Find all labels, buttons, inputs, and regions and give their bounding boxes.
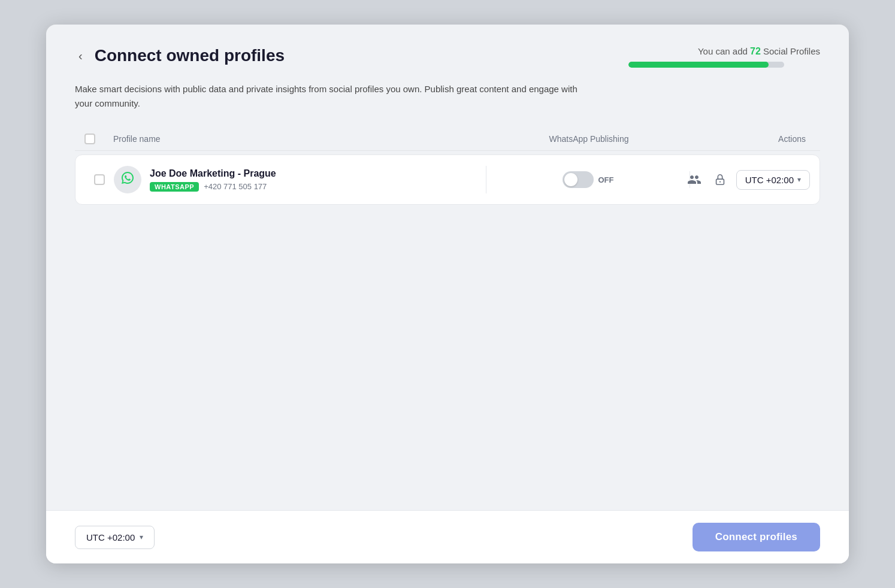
row-checkbox[interactable] (94, 174, 105, 185)
counter-number: 72 (750, 46, 761, 56)
page-description: Make smart decisions with public data an… (75, 82, 590, 111)
modal-container: ‹ Connect owned profiles You can add 72 … (46, 25, 849, 563)
toggle-thumb (564, 173, 577, 186)
lock-icon (713, 173, 727, 186)
row-checkbox-cell (85, 174, 114, 185)
col-header-profile: Profile name (113, 134, 487, 144)
profiles-counter: You can add 72 Social Profiles (628, 46, 820, 68)
title-area: ‹ Connect owned profiles (75, 46, 285, 65)
table-header: Profile name WhatsApp Publishing Actions (75, 128, 820, 151)
col-header-actions: Actions (691, 134, 811, 144)
whatsapp-avatar-icon (119, 169, 136, 190)
counter-prefix: You can add (698, 46, 750, 56)
row-timezone-value: UTC +02:00 (745, 175, 794, 185)
back-button[interactable]: ‹ (75, 49, 86, 63)
modal-body: ‹ Connect owned profiles You can add 72 … (46, 25, 849, 510)
header-row: ‹ Connect owned profiles You can add 72 … (75, 46, 820, 68)
toggle-label: OFF (598, 175, 614, 184)
back-icon: ‹ (78, 50, 83, 62)
table-row: Joe Doe Marketing - Prague WHATSAPP +420… (75, 154, 820, 205)
connect-profiles-button[interactable]: Connect profiles (693, 523, 820, 551)
avatar (114, 166, 141, 193)
row-timezone-chevron: ▾ (797, 175, 801, 184)
footer-timezone-select[interactable]: UTC +02:00 ▾ (75, 526, 155, 549)
progress-bar-container (628, 62, 784, 68)
profile-info-cell: Joe Doe Marketing - Prague WHATSAPP +420… (114, 166, 486, 193)
svg-point-2 (719, 181, 721, 183)
counter-suffix: Social Profiles (761, 46, 820, 56)
users-icon (687, 172, 702, 187)
whatsapp-publishing-cell: OFF (486, 171, 690, 188)
phone-number: +420 771 505 177 (204, 182, 267, 191)
header-checkbox-area (84, 134, 113, 144)
spacer (75, 210, 820, 493)
footer-timezone-value: UTC +02:00 (86, 532, 135, 542)
profile-details: Joe Doe Marketing - Prague WHATSAPP +420… (150, 168, 276, 192)
whatsapp-badge: WHATSAPP (150, 182, 199, 192)
lock-button[interactable] (711, 171, 729, 189)
counter-text: You can add 72 Social Profiles (628, 46, 820, 57)
page-title: Connect owned profiles (95, 46, 285, 65)
profile-meta: WHATSAPP +420 771 505 177 (150, 182, 276, 192)
footer: UTC +02:00 ▾ Connect profiles (46, 510, 849, 563)
profile-name: Joe Doe Marketing - Prague (150, 168, 276, 179)
progress-bar-fill (628, 62, 769, 68)
toggle-wrapper: OFF (563, 171, 614, 188)
actions-cell: UTC +02:00 ▾ (690, 170, 810, 190)
col-header-whatsapp: WhatsApp Publishing (487, 134, 691, 144)
row-timezone-select[interactable]: UTC +02:00 ▾ (736, 170, 810, 190)
publishing-toggle[interactable] (563, 171, 594, 188)
select-all-checkbox[interactable] (84, 134, 95, 144)
users-button[interactable] (685, 170, 704, 189)
footer-timezone-chevron: ▾ (140, 533, 143, 541)
